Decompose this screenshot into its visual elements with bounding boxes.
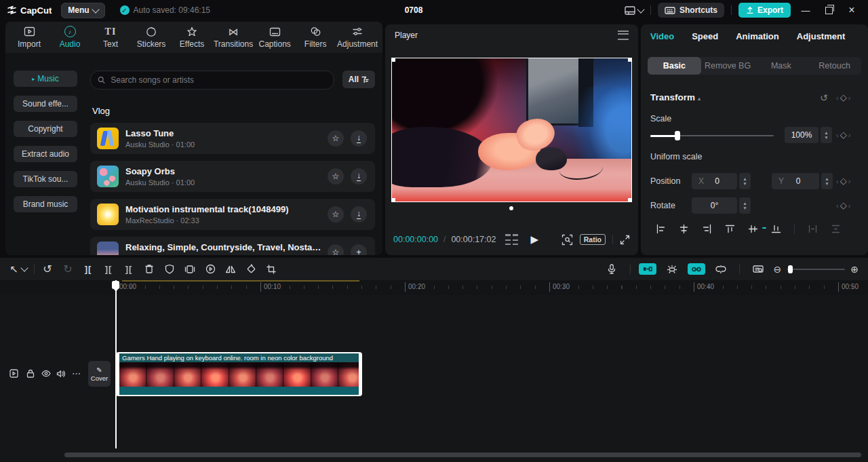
close-button[interactable]: × [844,2,860,18]
keyframe-icon[interactable]: ◇ [840,176,847,186]
transform-handle[interactable] [628,58,632,62]
zoom-out-button[interactable]: ⊖ [774,264,782,275]
align-center-h-icon[interactable] [679,224,689,234]
prev-keyframe-icon[interactable]: ‹ [836,94,839,102]
auto-snap-button[interactable] [639,263,656,275]
tab-stickers[interactable]: Stickers [132,22,171,52]
tab-effects[interactable]: Effects [172,22,212,52]
timeline-scrollbar[interactable] [64,453,861,457]
transform-handle[interactable] [391,198,395,202]
redo-button[interactable]: ↻ [58,261,78,278]
subtab-retouch[interactable]: Retouch [808,57,861,75]
tab-adjustment[interactable]: Adjustment [336,22,378,52]
keyframe-icon[interactable]: ◇ [840,92,847,102]
next-keyframe-icon[interactable]: › [848,201,851,210]
favorite-button[interactable]: ☆ [328,168,344,185]
mirror-button[interactable] [220,261,241,278]
rotate-button[interactable] [241,261,261,278]
tab-import[interactable]: Import [9,22,49,52]
sidebar-item-sound-effects[interactable]: Sound effe... [14,96,77,112]
record-voiceover-button[interactable] [601,261,622,278]
step-up-icon[interactable]: ▲ [824,130,828,135]
collapse-icon[interactable]: ▴ [698,95,701,102]
search-input[interactable] [109,75,327,85]
shortcuts-button[interactable]: Shortcuts [658,3,724,18]
tab-speed[interactable]: Speed [692,31,718,41]
hide-track-icon[interactable] [41,370,51,377]
prev-keyframe-icon[interactable]: ‹ [836,177,839,185]
sidebar-item-brand-music[interactable]: Brand music [14,196,77,212]
export-button[interactable]: Export [738,3,791,18]
subtab-basic[interactable]: Basic [648,57,701,75]
ratio-button[interactable]: Ratio [580,234,606,245]
position-y-field[interactable]: Y 0 [772,173,819,189]
step-up-icon[interactable]: ▲ [743,201,747,206]
overlay-button[interactable] [180,261,200,278]
step-down-icon[interactable]: ▼ [825,181,829,186]
tab-text[interactable]: TI Text [91,22,130,52]
video-clip[interactable]: Gamers Hand playing on keyboard online. … [116,352,362,396]
scale-value[interactable]: 100% [785,127,818,143]
sidebar-item-copyright[interactable]: Copyright [14,121,77,137]
sidebar-item-tiktok-sounds[interactable]: TikTok sou... [14,171,77,187]
speed-button[interactable] [200,261,220,278]
scale-keyframe-control[interactable]: ‹ ◇ › [836,130,850,140]
rotate-stepper[interactable]: ▲ ▼ [739,197,751,214]
split-button[interactable]: ][ [78,261,98,278]
keyframe-icon[interactable]: ◇ [840,130,847,140]
zoom-slider-handle[interactable] [788,265,793,273]
align-left-icon[interactable] [656,224,666,234]
filter-all-button[interactable]: All [342,71,375,88]
preview-axis-button[interactable] [748,261,768,278]
undo-button[interactable]: ↺ [37,261,58,278]
align-top-icon[interactable] [725,224,735,234]
prev-keyframe-icon[interactable]: ‹ [836,201,839,210]
video-preview[interactable] [391,58,632,202]
delete-button[interactable] [139,261,159,278]
align-center-v-icon[interactable] [748,224,758,234]
favorite-button[interactable]: ☆ [328,130,344,147]
transform-keyframe-control[interactable]: ‹ ◇ › [836,92,850,102]
play-button[interactable]: ▶ [530,233,538,246]
unlink-button[interactable] [711,261,731,278]
song-item-motivation[interactable]: Motivation instrumental track(1048499) M… [90,199,375,230]
rotate-value[interactable]: 0° [692,197,737,214]
transform-handle[interactable] [391,58,395,62]
crop-button[interactable] [261,261,281,278]
tab-captions[interactable]: Captions [255,22,294,52]
song-item-relaxing[interactable]: Relaxing, Simple, Countryside, Travel, N… [90,237,375,255]
favorite-button[interactable]: ☆ [328,206,344,223]
restore-button[interactable] [821,2,837,18]
rotate-keyframe-control[interactable]: ‹ ◇ › [836,200,850,210]
preview-quality-icon[interactable] [505,234,518,245]
sidebar-item-extract-audio[interactable]: Extract audio [14,146,77,162]
distribute-v-icon[interactable] [831,224,841,234]
song-item-soapy-orbs[interactable]: Soapy Orbs Ausku Studio · 01:00 ☆ ↓ [90,161,375,192]
tab-adjustment2[interactable]: Adjustment [797,31,846,41]
step-down-icon[interactable]: ▼ [743,206,747,210]
cover-button[interactable]: ✎ Cover [88,361,111,387]
download-button[interactable]: ↓ [351,168,367,185]
timeline-ruler[interactable]: 00:00 00:10 00:20 00:30 00:40 00:50 [0,280,868,295]
transform-handle[interactable] [628,198,632,202]
tab-animation[interactable]: Animation [736,31,779,41]
playhead-handle[interactable] [112,281,119,289]
fullscreen-icon[interactable] [620,235,630,245]
next-keyframe-icon[interactable]: › [848,94,851,102]
reset-transform-button[interactable]: ↺ [820,92,828,103]
subtab-mask[interactable]: Mask [755,57,808,75]
step-up-icon[interactable]: ▲ [825,176,829,181]
delete-right-button[interactable]: ][ [119,261,139,278]
step-up-icon[interactable]: ▲ [743,176,747,181]
player-menu-icon[interactable] [618,31,629,40]
zoom-in-button[interactable]: ⊕ [850,264,859,275]
mask-button[interactable] [159,261,180,278]
scale-slider[interactable] [650,135,774,136]
position-y-stepper[interactable]: ▲ ▼ [821,173,833,189]
step-down-icon[interactable]: ▼ [824,135,828,140]
keyframe-icon[interactable]: ◇ [840,200,847,210]
link-button[interactable] [688,263,705,275]
next-keyframe-icon[interactable]: › [848,131,851,139]
step-down-icon[interactable]: ▼ [743,181,747,186]
distribute-h-icon[interactable] [808,224,818,234]
